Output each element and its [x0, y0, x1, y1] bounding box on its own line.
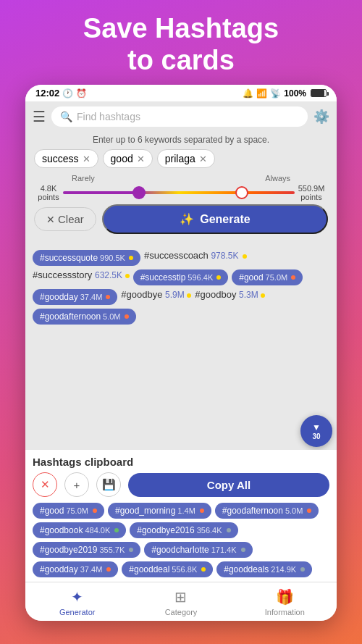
slider-labels: Rarely Always	[34, 174, 328, 183]
chip-good[interactable]: #good 75.0M	[232, 269, 303, 285]
chip-goodafternoon[interactable]: #goodafternoon 5.0M	[33, 309, 136, 325]
keyword-tag-prilaga[interactable]: prilaga ✕	[157, 149, 215, 168]
keyword-tags: success ✕ good ✕ prilaga ✕	[34, 149, 328, 168]
chip-goodboy[interactable]: #goodboy 5.3M	[195, 289, 265, 305]
clipboard-chip-good[interactable]: #good 75.0M	[33, 503, 104, 519]
tag-label: prilaga	[165, 153, 195, 164]
clipboard-chip-goodafternoon[interactable]: #goodafternoon 5.0M	[215, 503, 319, 519]
chip-dot	[216, 275, 221, 280]
clipboard-chips: #good 75.0M #good_morning 1.4M #goodafte…	[33, 503, 329, 577]
battery-icon	[311, 89, 327, 97]
clipboard-chip-gooddeals[interactable]: #gooddeals 214.9K	[216, 561, 312, 577]
search-icon: 🔍	[60, 111, 72, 122]
clipboard-title: Hashtags clipboard	[33, 456, 329, 468]
clipboard-chip-goodcharlotte[interactable]: #goodcharlotte 171.4K	[144, 542, 252, 558]
chip-dot	[129, 256, 133, 260]
chip-count: 596.4K	[188, 273, 213, 282]
chip-tag: #goodday	[40, 292, 78, 302]
chip-successcoach[interactable]: #successcoach 978.5K	[144, 250, 247, 266]
slider-track-wrap[interactable]	[63, 185, 295, 200]
keyword-tag-success[interactable]: success ✕	[34, 149, 98, 168]
clipboard-chip-goodbook[interactable]: #goodbook 484.0K	[33, 522, 126, 538]
generate-button[interactable]: ✨ Generate	[102, 204, 328, 234]
hamburger-icon[interactable]: ☰	[33, 108, 46, 125]
x-icon: ✕	[46, 214, 55, 225]
search-placeholder: Find hashtags	[77, 111, 140, 122]
tag-remove-success[interactable]: ✕	[83, 154, 90, 164]
status-time: 12:02	[35, 88, 59, 99]
search-input[interactable]: 🔍 Find hashtags	[51, 106, 308, 127]
information-icon: 🎁	[276, 588, 294, 606]
slider-track	[63, 191, 295, 194]
slider-thumb-right[interactable]	[235, 186, 248, 199]
clipboard-actions: ✕ + 💾 Copy All	[33, 472, 329, 497]
hint-text: Enter up to 6 keywords separated by a sp…	[34, 135, 328, 145]
volume-icon: 🔔	[243, 88, 253, 99]
slider-left-points: 4.8K points	[34, 184, 63, 201]
slider-left-label: Rarely	[72, 174, 95, 183]
bottom-nav: ✦ Generator ⊞ Category 🎁 Information	[25, 582, 337, 621]
phone-container: 12:02 🕐 ⏰ 🔔 📶 📡 100% ☰ 🔍 Find hashtags ⚙…	[25, 85, 337, 621]
chip-count: 5.0M	[103, 312, 120, 321]
nav-category[interactable]: ⊞ Category	[129, 582, 232, 621]
tag-label: success	[42, 153, 79, 164]
save-icon: 💾	[102, 478, 116, 491]
chip-goodday[interactable]: #goodday 37.4M	[33, 289, 117, 305]
chip-tag: #goodafternoon	[40, 311, 101, 322]
x-icon: ✕	[41, 478, 50, 491]
clipboard-chip-goodday[interactable]: #goodday 37.4M	[33, 561, 118, 577]
page-title: Save Hashtagsto cards	[62, 0, 300, 85]
top-search-bar: ☰ 🔍 Find hashtags ⚙️	[25, 101, 337, 132]
chip-goodbye[interactable]: #goodbye 5.9M	[121, 289, 191, 305]
battery-percent: 100%	[284, 88, 306, 99]
chip-successstory[interactable]: #successstory 632.5K	[33, 269, 130, 285]
float-count: 30	[312, 432, 320, 440]
clipboard-add-button[interactable]: +	[64, 472, 89, 497]
chip-dot	[106, 295, 110, 299]
generator-icon: ✦	[71, 588, 83, 606]
clipboard-chip-gooddeal[interactable]: #gooddeal 556.8K	[122, 561, 213, 577]
keyword-tag-good[interactable]: good ✕	[103, 149, 153, 168]
slider-thumb-left[interactable]	[132, 186, 146, 199]
signal-icon: 📡	[270, 88, 281, 99]
clock-icon: 🕐	[62, 88, 73, 99]
chip-tag: #successquote	[40, 253, 98, 263]
clear-label: Clear	[58, 213, 84, 225]
clear-button[interactable]: ✕ Clear	[34, 207, 96, 231]
chip-count: 990.5K	[100, 254, 125, 262]
hashtag-chips: #successquote 990.5K #successcoach 978.5…	[33, 250, 329, 325]
chip-count: 37.4M	[80, 293, 103, 301]
nav-label-category: Category	[165, 608, 198, 616]
tag-remove-prilaga[interactable]: ✕	[199, 154, 207, 164]
alarm-icon: ⏰	[76, 88, 87, 99]
clipboard-save-button[interactable]: 💾	[96, 472, 121, 497]
plus-icon: +	[74, 479, 80, 491]
keywords-area: Enter up to 6 keywords separated by a sp…	[25, 132, 337, 244]
category-icon: ⊞	[174, 588, 187, 606]
chip-dot	[125, 314, 129, 319]
nav-generator[interactable]: ✦ Generator	[25, 582, 129, 621]
chip-tag: #good	[239, 272, 263, 283]
copy-all-button[interactable]: Copy All	[128, 473, 329, 497]
slider-right-label: Always	[265, 174, 290, 183]
filter-icon[interactable]: ⚙️	[313, 109, 329, 125]
clipboard-chip-good-morning[interactable]: #good_morning 1.4M	[108, 503, 211, 519]
clipboard-chip-goodbye2019[interactable]: #goodbye2019 355.7K	[33, 542, 140, 558]
chip-tag: #successtip	[140, 272, 186, 283]
results-area: #successquote 990.5K #successcoach 978.5…	[25, 244, 337, 450]
scroll-down-button[interactable]: ▼ 30	[300, 415, 332, 447]
nav-label-generator: Generator	[59, 608, 96, 616]
magic-icon: ✨	[180, 212, 194, 226]
action-row: ✕ Clear ✨ Generate	[34, 204, 328, 234]
slider-right-points: 550.9M points	[295, 184, 328, 201]
wifi-icon: 📶	[256, 88, 267, 99]
chip-count: 75.0M	[266, 273, 288, 282]
chip-successquote[interactable]: #successquote 990.5K	[33, 250, 140, 266]
chip-successtip[interactable]: #successtip 596.4K	[133, 269, 229, 285]
clipboard-clear-button[interactable]: ✕	[33, 472, 57, 497]
tag-remove-good[interactable]: ✕	[137, 154, 145, 164]
generate-label: Generate	[200, 213, 250, 226]
nav-information[interactable]: 🎁 Information	[233, 582, 337, 621]
clipboard-chip-goodbye2016[interactable]: #goodbye2016 356.4K	[130, 522, 237, 538]
clipboard-section: Hashtags clipboard ✕ + 💾 Copy All #good …	[25, 450, 337, 582]
